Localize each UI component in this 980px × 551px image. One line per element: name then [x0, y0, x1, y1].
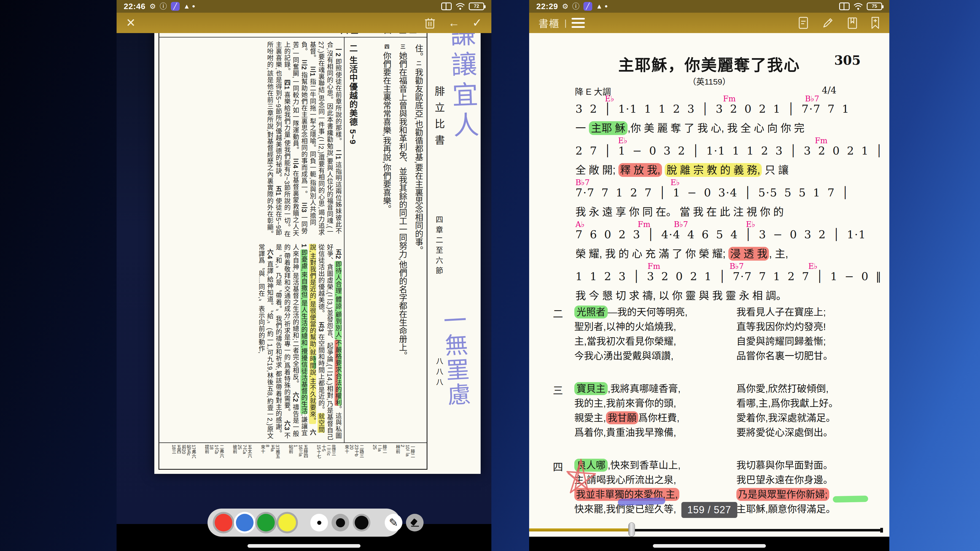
home-indicator[interactable] [248, 544, 361, 548]
verse-line: 聖別者,以神的火焰燒我, [574, 319, 737, 334]
eraser-icon [409, 518, 420, 528]
verse-line: 今我心湧出愛戴與頌讚, [574, 348, 737, 363]
hymn-page: 主耶穌，你美麗奪了我心 305 （英1159） 降 E 大調 4/4 E♭FmB… [529, 33, 889, 537]
trash-button[interactable] [425, 16, 436, 29]
brush-size-small[interactable] [310, 514, 328, 532]
chord-label: B♭7 [576, 178, 590, 187]
verse-line: 愛着你,我深處就滿足。 [737, 411, 872, 425]
toolbar-divider: | [565, 18, 566, 28]
text-segment: 爲你枉費, [638, 413, 679, 423]
edit-pencil-icon[interactable] [821, 16, 834, 29]
footnote-number: 二1 [334, 149, 342, 160]
undo-back-button[interactable]: ← [448, 17, 460, 29]
footnote-number: 五3 [318, 321, 325, 332]
chord-label: Fm [648, 262, 660, 271]
page-scrubber[interactable] [529, 522, 889, 537]
footnotes-region: 一2即照使徒在前章所說的那樣。二1這指明這兩位姊妹彼此不合,沒有相同的心思。因此… [159, 38, 344, 443]
text-segment: 主耶穌,願意你得滿足。 [737, 503, 835, 514]
recording-dot: • [192, 2, 195, 11]
chord-line: FmB♭7E♭ [576, 262, 889, 270]
text-segment: 要將愛從心深處倒出。 [737, 427, 833, 438]
close-button[interactable]: ✕ [126, 17, 135, 29]
footnote-number: 五2 [334, 249, 342, 259]
eraser-tool-icon[interactable] [406, 514, 423, 532]
text-segment: 我 永 遠 享 你 同 在。 當 我 在 此 注 視 你 的 [576, 206, 784, 218]
footnote-number: 三3 [301, 202, 307, 213]
text-segment: 四 [383, 44, 389, 49]
scrubber-fill [529, 529, 630, 532]
verse-line: 直等我因你灼灼發亮! [737, 319, 872, 334]
color-swatch-blue[interactable] [236, 514, 253, 532]
hymn-number: 305 [834, 53, 861, 68]
verse-2: 住。二 我勸友歐底亞,也勸循都基,要在主裏思念相同的事。 [412, 44, 425, 440]
home-indicator[interactable] [653, 544, 766, 548]
verse-line: 看哪,主,爲你我獻上好。 [737, 396, 872, 411]
music-system-4: A♭FmB♭7E♭ 7 6 0 2 3 │ 4·4 4 6 5 4 │ 3 − … [576, 220, 889, 262]
chord-label: E♭ [670, 178, 680, 187]
verse-line: 爲你愛,欣然打破傾倒, [737, 381, 872, 396]
text-segment: 直譯,給神知道。〝給,〞(約一1,可九19,林後五8,約壹一2,)原文常譯爲〝與… [258, 244, 274, 439]
verse-line: 主,當我初次看見你榮耀, [574, 334, 737, 348]
section-range-margin: 四章二至六節 [433, 216, 444, 277]
green-marker-stroke [833, 495, 868, 502]
text-segment: 聖別者,以神的火焰燒我, [574, 321, 676, 332]
numbered-notation-line: 7·7 7 1 2 7 │ 1 − 0 3·4 │ 5·5 5 5 1 7 │ [576, 186, 889, 200]
main-verse-text: 住。二 我勸友歐底亞,也勸循都基,要在主裏思念相同的事。 三 她們在福音上曾與我… [344, 38, 426, 443]
outline-document-icon[interactable] [798, 16, 809, 30]
numbered-notation-line: 3 2 │ 1·1 1 1 2 3 │ 3 2 0 2 1 │ 7·7 7 1 [576, 103, 889, 116]
text-segment: 乃是與眾聖作你新婦; [737, 488, 829, 501]
color-swatch-red[interactable] [215, 514, 232, 532]
clock: 22:29 [536, 2, 558, 11]
wifi-icon [853, 3, 863, 10]
text-segment: 親愛主, [574, 413, 606, 423]
ref-group: 五腓四 16三a 1 帖前 [288, 445, 308, 469]
info-icon: ⓘ [159, 3, 167, 10]
confirm-check-button[interactable]: ✓ [473, 17, 482, 29]
color-swatch-yellow[interactable] [278, 514, 296, 532]
active-app-icon: ╱ [584, 2, 592, 11]
text-segment: ,快來到香草山上, [608, 460, 681, 470]
pencil-tool-icon[interactable]: ✎ [385, 514, 402, 532]
cross-references-band: 17弗六 帖五c 前20 五西 18三二弗六 1六b 18 提前五太六 7六a … [159, 443, 426, 469]
lyric-line: 我 永 遠 享 你 同 在。 當 我 在 此 注 視 你 的 [576, 203, 889, 218]
chord-label: B♭7 [730, 262, 744, 271]
left-annotation-screen: 六五 四 三二 一2即照使徒在前章所說的那樣。二1這指明這兩位姊妹彼此不合,沒有… [116, 0, 492, 551]
verse-line: 我巴望永遠在你身邊。 [737, 473, 872, 487]
text-segment: 一 [576, 122, 589, 134]
lyric-line: 全 敞 開; 釋 放 我, 脫 離 宗 教 的 義 務, 只 讓 [576, 162, 889, 176]
verse-number: 三 [553, 381, 574, 440]
text-segment: 寶貝主 [574, 382, 608, 395]
battery-indicator: 75 [867, 3, 882, 10]
chord-label: E♭ [808, 262, 818, 271]
bookshelf-button[interactable]: 書櫃 [538, 16, 560, 30]
scrubber-thumb[interactable] [628, 522, 635, 537]
music-system-3: B♭7E♭ 7·7 7 1 2 7 │ 1 − 0 3·4 │ 5·5 5 5 … [576, 178, 889, 220]
text-segment: 你們要在主裏常常喜樂,我再說,你們要喜樂。 [382, 49, 391, 213]
bottom-bar [529, 537, 889, 551]
verse-4: 四 你們要在主裏常常喜樂,我再說,你們要喜樂。 [380, 44, 393, 440]
brush-size-large[interactable] [353, 514, 371, 532]
text-segment: 愛着你,我深處就滿足。 [737, 413, 835, 423]
text-segment: 爲你愛,欣然打破傾倒, [737, 383, 829, 394]
right-hymnal-screen: 主耶穌，你美麗奪了我心 305 （英1159） 降 E 大調 4/4 E♭FmB… [529, 0, 889, 551]
verse-2-block: 二 光照者—我的天何等明亮,我看見人子在寶座上; 聖別者,以神的火焰燒我,直等我… [553, 305, 872, 363]
right-status-bar: 22:29 ⚙ ⓘ ╱ ▲ • 75 [529, 0, 889, 13]
verse-line: 主,請喝我心所流出之泉, [574, 473, 737, 487]
left-toolbar: ✕ ← ✓ [116, 13, 492, 33]
add-bookmark-icon[interactable] [870, 16, 880, 30]
chord-label: Fm [815, 136, 827, 145]
page-body: 一2即照使徒在前章所說的那樣。二1這指明這兩位姊妹彼此不合,沒有相同的心思。因此… [159, 38, 426, 443]
text-segment: 直等我因你灼灼發亮! [737, 321, 826, 332]
footnote-number: 三2 [301, 59, 307, 70]
bookmark-page-icon[interactable] [847, 16, 858, 30]
verse-line: 良人哪,快來到香草山上, [574, 458, 737, 473]
menu-hamburger-icon[interactable] [571, 18, 585, 28]
text-segment: 主耶 穌 [589, 121, 628, 135]
drawing-palette: ✎ [207, 508, 401, 537]
color-swatch-green[interactable] [257, 514, 275, 532]
settings-gear-icon: ⚙ [562, 3, 568, 10]
brush-size-medium[interactable] [331, 514, 349, 532]
verse-3-block: 三 寶貝主,我將真哪噠香膏,爲你愛,欣然打破傾倒, 我的主,我前來膏你的頭,看哪… [553, 381, 872, 440]
text-segment: 今我心湧出愛戴與頌讚, [574, 351, 673, 361]
text-segment: 全 敞 開; [576, 164, 619, 176]
